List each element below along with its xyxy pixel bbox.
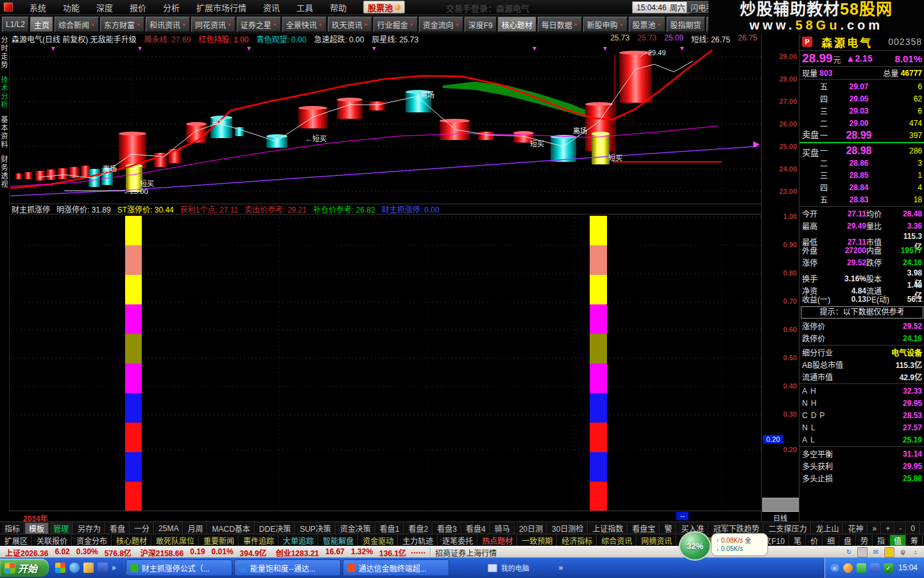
template-tab[interactable]: 骑马 bbox=[490, 523, 515, 534]
index-quote[interactable]: 沪深2158.660.190.01%394.9亿 bbox=[141, 547, 267, 558]
function-tab[interactable]: 大单追踪 bbox=[278, 535, 318, 546]
tray-shield-icon[interactable]: ✓ bbox=[884, 563, 893, 573]
template-tab[interactable]: 看盘 bbox=[105, 523, 130, 534]
view-switch-tab[interactable]: 价 bbox=[806, 535, 823, 546]
function-tab[interactable]: 资金分布 bbox=[72, 535, 112, 546]
template-tab[interactable]: - bbox=[894, 523, 906, 534]
toolbar-button[interactable]: 全景快讯▼ bbox=[282, 17, 327, 32]
view-switch-tab[interactable]: 盘 bbox=[839, 535, 856, 546]
template-tab[interactable]: 看盘1 bbox=[375, 523, 404, 534]
index-quotes[interactable]: 上证2026.366.020.30%576.8亿沪深2158.660.190.0… bbox=[0, 547, 411, 558]
view-switch-tab[interactable]: 细 bbox=[823, 535, 839, 546]
function-tab[interactable]: 智能解盘 bbox=[318, 535, 358, 546]
template-tab[interactable]: 资金决策 bbox=[336, 523, 375, 534]
toolbar-button[interactable]: 股票池▼ bbox=[629, 17, 665, 32]
index-quote[interactable]: 创业1283.2116.671.32%136.1亿 bbox=[276, 547, 406, 558]
menu-item[interactable]: 扩展市场行情 bbox=[196, 1, 246, 13]
browser-icon[interactable] bbox=[69, 563, 80, 573]
menu-item[interactable]: 报价 bbox=[130, 1, 146, 13]
toolbar-button[interactable]: 股指期货 bbox=[667, 17, 705, 32]
toolbar-button[interactable]: 核心题材 bbox=[498, 17, 536, 32]
left-tab-item[interactable]: 基本资料 bbox=[1, 116, 9, 149]
deskband-overflow-chevron[interactable]: » bbox=[559, 563, 563, 572]
template-tab[interactable]: 二支撑压力 bbox=[764, 523, 811, 534]
toolbar-button[interactable]: 证券之星▼ bbox=[237, 17, 281, 32]
view-switch-tab[interactable]: 笔 bbox=[789, 535, 806, 546]
left-tab-item[interactable]: 分时走势 bbox=[1, 36, 9, 69]
toolbar-button[interactable]: 综合新闻▼ bbox=[55, 17, 99, 32]
template-tab[interactable]: 管理 bbox=[49, 523, 73, 534]
template-tab[interactable]: 看盘3 bbox=[432, 523, 461, 534]
task-window-button[interactable]: 财主抓涨停公式（... bbox=[126, 559, 232, 576]
template-tab[interactable]: 30日测检 bbox=[547, 523, 588, 534]
view-switch-tab[interactable]: 势 bbox=[856, 535, 873, 546]
function-tab[interactable]: 扩展区 bbox=[0, 535, 32, 546]
toolbar-button[interactable]: 行业掘金▼ bbox=[373, 17, 418, 32]
task-window-button[interactable]: 通达信金融终端超... bbox=[343, 559, 449, 576]
toolbar-button[interactable]: 深度F9 bbox=[465, 17, 497, 32]
function-tab[interactable]: 主力轨迹 bbox=[398, 535, 438, 546]
template-tab[interactable]: 模板 bbox=[24, 523, 49, 534]
my-computer-icon[interactable] bbox=[488, 564, 497, 572]
function-tab[interactable]: 经济指标 bbox=[557, 535, 597, 546]
template-tab[interactable]: 20日测 bbox=[515, 523, 547, 534]
toolbar-button[interactable]: 东方财富▼ bbox=[100, 17, 144, 32]
show-desktop-icon[interactable] bbox=[55, 563, 65, 573]
toolbar-button[interactable]: 主页 bbox=[30, 17, 53, 32]
menu-item[interactable]: 功能 bbox=[63, 1, 80, 13]
template-tab[interactable]: 月周 bbox=[183, 523, 207, 534]
function-tab[interactable]: 资金驱动 bbox=[358, 535, 398, 546]
stock-pool-tab[interactable]: 股票池 bbox=[363, 1, 405, 13]
left-tab-active[interactable]: 技术分析 bbox=[1, 76, 9, 109]
template-tab[interactable]: 冠军下跌趋势 bbox=[708, 523, 764, 534]
toolbar-button[interactable]: 同花资讯▼ bbox=[191, 17, 235, 32]
function-tab[interactable]: 敢死队席位 bbox=[151, 535, 199, 546]
toolbar-button[interactable]: 资金流向▼ bbox=[419, 17, 463, 32]
tray-app-icon[interactable] bbox=[843, 563, 853, 573]
app-shortcut-icon[interactable] bbox=[98, 563, 108, 573]
template-tab[interactable]: 上证指数 bbox=[588, 523, 628, 534]
left-tab-item[interactable]: 财务透视 bbox=[1, 155, 9, 189]
template-tab[interactable]: MACD基本 bbox=[207, 523, 254, 534]
updown-icon[interactable]: ↕ bbox=[911, 548, 920, 557]
toolbar-button[interactable]: 新股申购▼ bbox=[583, 17, 628, 32]
template-tab[interactable]: 看盘2 bbox=[404, 523, 433, 534]
menu-item[interactable]: 帮助 bbox=[330, 1, 346, 13]
template-tab[interactable]: 看盘4 bbox=[461, 523, 490, 534]
template-tab[interactable]: 25MA bbox=[154, 523, 183, 534]
template-tab[interactable]: » bbox=[868, 523, 881, 534]
toolbar-button[interactable]: 玖天资讯▼ bbox=[328, 17, 372, 32]
function-tab[interactable]: 关联报价 bbox=[32, 535, 72, 546]
template-tab[interactable]: 龙上山 bbox=[811, 523, 843, 534]
template-tab[interactable]: 另存为 bbox=[73, 523, 105, 534]
index-quote[interactable]: 上证2026.366.020.30%576.8亿 bbox=[5, 547, 132, 558]
task-window-button[interactable]: 能量饱和度--通达... bbox=[234, 559, 341, 576]
menu-item[interactable]: 分析 bbox=[163, 1, 180, 13]
refresh-icon[interactable]: ↻ bbox=[844, 548, 853, 557]
toolbar-button[interactable]: 和讯资讯▼ bbox=[146, 17, 190, 32]
quicklaunch-overflow-chevron[interactable]: » bbox=[112, 563, 116, 572]
function-tab[interactable]: 重要新闻 bbox=[199, 535, 239, 546]
tray-collapse-chevron[interactable]: « bbox=[830, 564, 839, 572]
template-tab[interactable]: 指标 bbox=[0, 523, 24, 534]
toolbar-button[interactable]: L1/L2 bbox=[2, 17, 29, 32]
mail-icon[interactable]: ✉ bbox=[871, 548, 880, 557]
template-tab[interactable]: DDE决策 bbox=[255, 523, 295, 534]
template-tab[interactable]: 看盘宝 bbox=[628, 523, 660, 534]
my-computer-label[interactable]: 我的电脑 bbox=[501, 563, 529, 573]
function-tab[interactable]: 事件追踪 bbox=[239, 535, 278, 546]
function-tab[interactable]: 综合资讯 bbox=[597, 535, 637, 546]
lock-icon[interactable] bbox=[884, 547, 894, 557]
tray-network-icon[interactable] bbox=[870, 563, 880, 573]
tray-antivirus-icon[interactable] bbox=[857, 563, 866, 573]
toolbar-button[interactable]: 每日数据▼ bbox=[538, 17, 582, 32]
template-tab[interactable]: 警 bbox=[660, 523, 676, 534]
start-button[interactable]: 开始 bbox=[0, 559, 49, 577]
function-tab[interactable]: 热点题材 bbox=[477, 535, 517, 546]
signal-icon[interactable]: ψ bbox=[898, 548, 907, 557]
template-tab[interactable]: + bbox=[881, 523, 894, 534]
view-switch-tab[interactable]: 指 bbox=[873, 535, 889, 546]
window-icon[interactable] bbox=[857, 547, 868, 557]
function-tab[interactable]: 网摘资讯 bbox=[637, 535, 676, 546]
menu-item[interactable]: 系统 bbox=[30, 1, 46, 13]
